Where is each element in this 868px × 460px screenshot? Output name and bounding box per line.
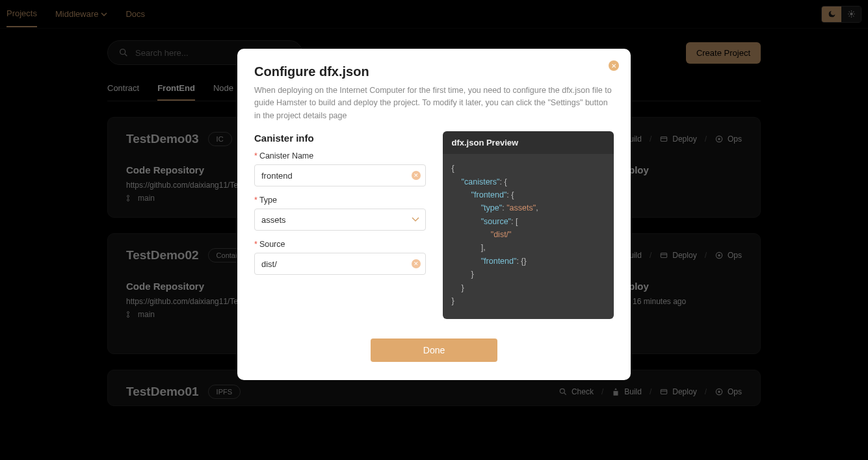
field-source: *Source ✕	[254, 240, 426, 275]
configure-dfx-modal: ✕ Configure dfx.json When deploying on t…	[237, 49, 631, 380]
canister-name-label: *Canister Name	[254, 151, 426, 160]
modal-description: When deploying on the Internet Computer …	[254, 84, 614, 122]
json-preview-title: dfx.json Preview	[443, 131, 614, 154]
type-select[interactable]: assets	[254, 209, 426, 231]
source-input[interactable]	[254, 253, 426, 275]
modal-body: Canister info *Canister Name ✕ *Type ass…	[254, 131, 614, 319]
modal-title: Configure dfx.json	[254, 64, 614, 79]
canister-name-input[interactable]	[254, 164, 426, 186]
field-canister-name: *Canister Name ✕	[254, 151, 426, 186]
modal-overlay: ✕ Configure dfx.json When deploying on t…	[0, 0, 868, 460]
json-preview: dfx.json Preview { "canisters": { "front…	[443, 131, 614, 319]
done-button[interactable]: Done	[371, 339, 497, 362]
canister-info-title: Canister info	[254, 133, 426, 144]
field-type: *Type assets	[254, 196, 426, 231]
json-preview-body: { "canisters": { "frontend": { "type": "…	[443, 154, 614, 319]
clear-icon[interactable]: ✕	[412, 259, 421, 268]
source-label: *Source	[254, 240, 426, 249]
type-label: *Type	[254, 196, 426, 205]
canister-form: Canister info *Canister Name ✕ *Type ass…	[254, 131, 426, 319]
close-icon[interactable]: ✕	[609, 60, 619, 71]
clear-icon[interactable]: ✕	[412, 171, 421, 180]
